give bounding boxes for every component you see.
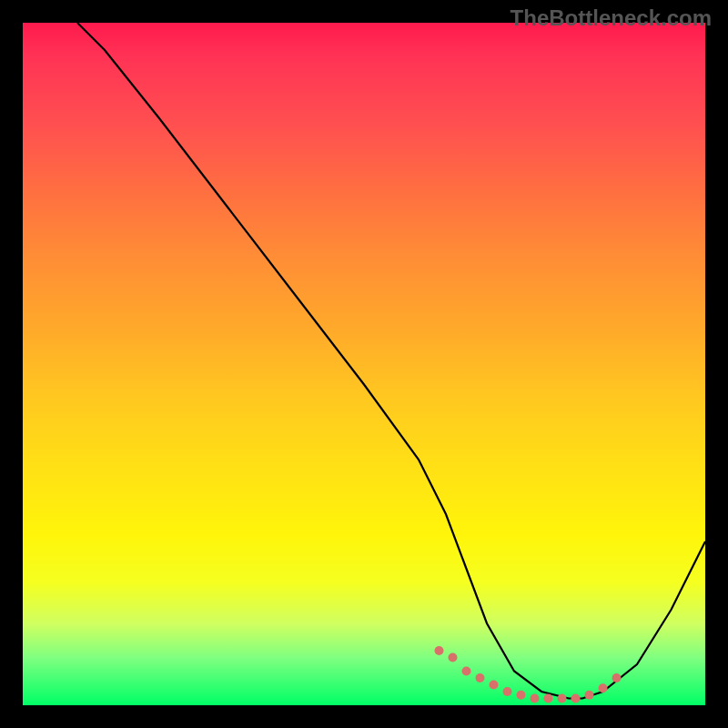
chart-markers bbox=[435, 646, 622, 703]
marker-dot bbox=[462, 667, 471, 676]
watermark-text: TheBottleneck.com bbox=[511, 5, 712, 31]
marker-dot bbox=[571, 694, 581, 703]
marker-dot bbox=[558, 694, 567, 703]
marker-dot bbox=[517, 691, 526, 700]
marker-dot bbox=[544, 694, 553, 703]
marker-dot bbox=[449, 653, 458, 662]
chart-curve bbox=[77, 23, 705, 699]
marker-dot bbox=[435, 646, 444, 655]
marker-dot bbox=[599, 683, 608, 693]
marker-dot bbox=[490, 681, 499, 690]
marker-dot bbox=[531, 694, 540, 703]
marker-dot bbox=[503, 687, 512, 696]
marker-dot bbox=[476, 673, 485, 682]
chart-svg bbox=[23, 23, 705, 705]
marker-dot bbox=[612, 673, 622, 682]
chart-plot-area bbox=[23, 23, 705, 705]
marker-dot bbox=[585, 691, 594, 700]
